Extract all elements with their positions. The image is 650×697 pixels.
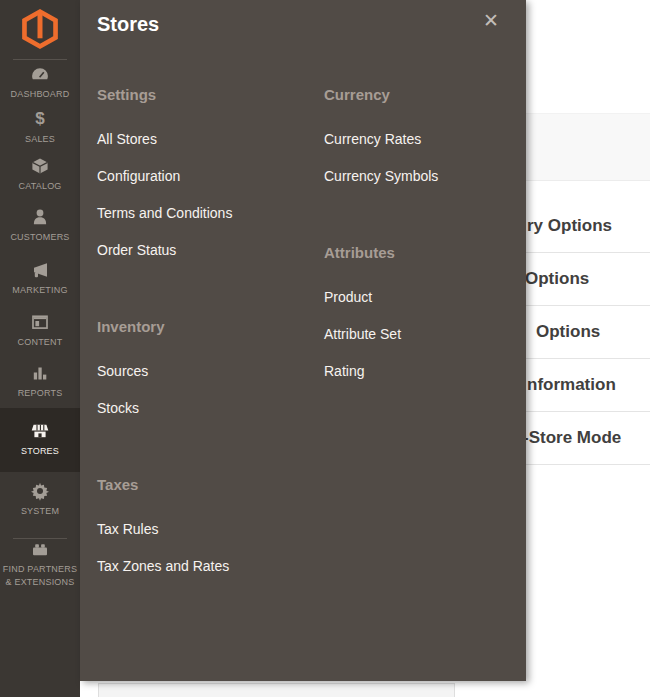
sidebar-item-system[interactable]: SYSTEM [0, 472, 80, 528]
marketing-megaphone-icon [30, 260, 50, 280]
panel-column-left: SettingsAll StoresConfigurationTerms and… [97, 86, 312, 575]
menu-link-rating[interactable]: Rating [324, 362, 539, 380]
sidebar-item-customers[interactable]: CUSTOMERS [0, 200, 80, 252]
sales-dollar-icon: $ [30, 109, 50, 129]
stores-flyout-panel: Stores ✕ SettingsAll StoresConfiguration… [80, 0, 526, 681]
menu-group-attributes: AttributesProductAttribute SetRating [324, 244, 539, 380]
sidebar-nav: DASHBOARD$SALESCATALOGCUSTOMERSMARKETING… [0, 60, 80, 589]
menu-link-stocks[interactable]: Stocks [97, 399, 312, 417]
content-layout-icon [30, 312, 50, 332]
sidebar-item-sales[interactable]: $SALES [0, 106, 80, 150]
sidebar-item-label: CONTENT [18, 336, 63, 349]
stores-storefront-icon [30, 421, 50, 441]
config-section-label-fragment: ry Options [527, 216, 612, 236]
system-gear-icon [30, 481, 50, 501]
sidebar-item-catalog[interactable]: CATALOG [0, 150, 80, 200]
sidebar-item-content[interactable]: CONTENT [0, 306, 80, 356]
menu-link-terms-and-conditions[interactable]: Terms and Conditions [97, 204, 312, 222]
menu-group-currency: CurrencyCurrency RatesCurrency Symbols [324, 86, 539, 185]
sidebar-item-marketing[interactable]: MARKETING [0, 252, 80, 306]
menu-link-configuration[interactable]: Configuration [97, 167, 312, 185]
catalog-box-icon [30, 156, 50, 176]
panel-title: Stores [97, 13, 159, 36]
group-header-settings: Settings [97, 86, 312, 104]
menu-link-currency-symbols[interactable]: Currency Symbols [324, 167, 539, 185]
sidebar-item-label: DASHBOARD [11, 88, 70, 101]
sidebar-item-reports[interactable]: REPORTS [0, 356, 80, 408]
menu-link-sources[interactable]: Sources [97, 362, 312, 380]
sidebar-item-label: MARKETING [12, 284, 67, 297]
sidebar-item-label: SALES [25, 133, 55, 146]
group-header-attributes: Attributes [324, 244, 539, 262]
sidebar-item-label: CATALOG [18, 180, 61, 193]
sidebar-item-stores[interactable]: STORES [0, 408, 80, 472]
menu-group-taxes: TaxesTax RulesTax Zones and Rates [97, 476, 312, 575]
group-header-currency: Currency [324, 86, 539, 104]
menu-link-attribute-set[interactable]: Attribute Set [324, 325, 539, 343]
sidebar-item-label: SYSTEM [21, 505, 59, 518]
menu-link-order-status[interactable]: Order Status [97, 241, 312, 259]
menu-link-tax-rules[interactable]: Tax Rules [97, 520, 312, 538]
menu-group-inventory: InventorySourcesStocks [97, 318, 312, 417]
config-section-label-fragment: -Store Mode [523, 428, 621, 448]
magento-logo[interactable] [22, 9, 58, 49]
sidebar-item-label: STORES [21, 445, 59, 458]
panel-column-right: CurrencyCurrency RatesCurrency SymbolsAt… [324, 86, 539, 380]
sidebar-item-label: CUSTOMERS [10, 231, 69, 244]
reports-barchart-icon [30, 363, 50, 383]
admin-sidebar: DASHBOARD$SALESCATALOGCUSTOMERSMARKETING… [0, 0, 80, 697]
sidebar-item-dashboard[interactable]: DASHBOARD [0, 60, 80, 106]
partners-brick-icon [30, 539, 50, 559]
menu-link-currency-rates[interactable]: Currency Rates [324, 130, 539, 148]
magento-logo-icon [22, 9, 58, 49]
sidebar-item-label: FIND PARTNERS & EXTENSIONS [3, 563, 77, 589]
menu-link-all-stores[interactable]: All Stores [97, 130, 312, 148]
menu-link-product[interactable]: Product [324, 288, 539, 306]
group-header-taxes: Taxes [97, 476, 312, 494]
menu-group-settings: SettingsAll StoresConfigurationTerms and… [97, 86, 312, 259]
group-header-inventory: Inventory [97, 318, 312, 336]
close-icon[interactable]: ✕ [480, 10, 502, 32]
config-section-label-fragment: Options [536, 322, 600, 342]
sidebar-item-find-partners[interactable]: FIND PARTNERS & EXTENSIONS [0, 539, 80, 589]
customers-person-icon [30, 207, 50, 227]
dashboard-gauge-icon [30, 64, 50, 84]
config-section-label-fragment: nformation [527, 375, 616, 395]
page-content-box [98, 683, 455, 697]
menu-link-tax-zones-and-rates[interactable]: Tax Zones and Rates [97, 557, 312, 575]
sidebar-item-label: REPORTS [18, 387, 63, 400]
